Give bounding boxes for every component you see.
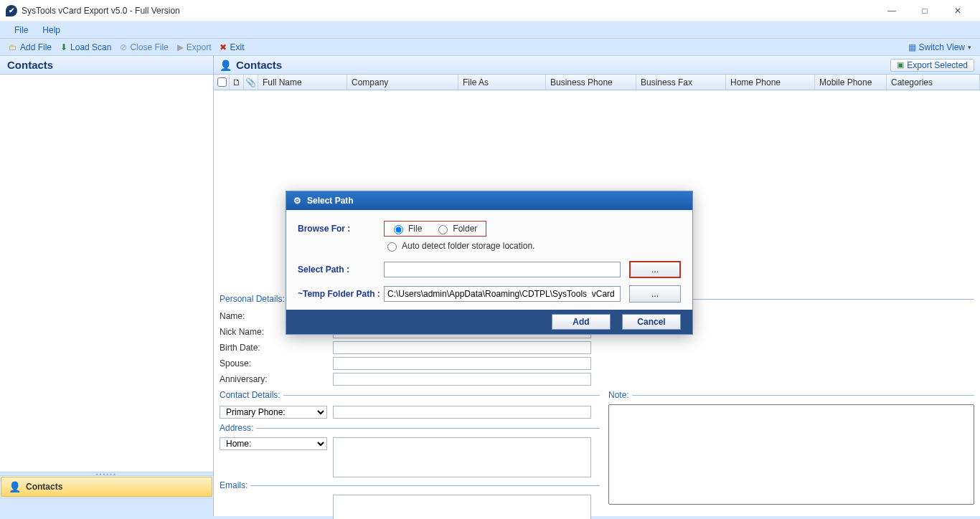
select-path-label: Select Path : (298, 265, 384, 275)
select-all-checkbox[interactable] (217, 77, 227, 87)
window-title: SysTools vCard Export v5.0 - Full Versio… (22, 6, 180, 16)
radio-folder-input[interactable] (438, 225, 448, 234)
sidebar-nav-contacts[interactable]: 👤 Contacts (1, 477, 212, 497)
play-icon: ▶ (177, 42, 184, 52)
note-input[interactable] (608, 404, 974, 505)
birthdate-input[interactable] (333, 341, 591, 354)
col-file-as[interactable]: File As (458, 75, 546, 90)
close-file-label: Close File (130, 42, 168, 52)
close-file-button[interactable]: ⊘Close File (116, 42, 172, 52)
dialog-title-bar[interactable]: ⚙ Select Path (286, 191, 692, 210)
browse-path-button[interactable]: ... (629, 261, 681, 278)
dialog-footer: Add Cancel (286, 310, 692, 334)
minimize-button[interactable]: — (875, 0, 908, 22)
main-header: 👤 Contacts ▣Export Selected (214, 56, 980, 75)
add-file-label: Add File (20, 42, 52, 52)
gear-icon: ⚙ (293, 196, 301, 206)
attachment-icon: 📎 (245, 77, 256, 87)
menu-help[interactable]: Help (35, 24, 67, 37)
spouse-label: Spouse: (220, 358, 327, 368)
emails-section: Emails: (220, 480, 600, 519)
main-heading: Contacts (236, 59, 282, 71)
sidebar: Contacts ▪▪▪▪▪▪ 👤 Contacts (0, 56, 214, 516)
radio-folder-label: Folder (453, 224, 477, 234)
close-file-icon: ⊘ (120, 42, 127, 52)
add-button[interactable]: Add (552, 314, 611, 330)
cross-icon: ✖ (220, 42, 227, 52)
browse-for-label: Browse For : (298, 224, 384, 234)
maximize-button[interactable]: □ (908, 0, 941, 22)
note-section: Note: (608, 390, 974, 505)
primary-phone-input[interactable] (333, 406, 591, 419)
sidebar-nav-label: Contacts (26, 482, 62, 492)
download-icon: ⬇ (60, 42, 67, 52)
col-business-phone[interactable]: Business Phone (546, 75, 636, 90)
radio-folder[interactable]: Folder (435, 223, 477, 234)
chevron-down-icon: ▾ (968, 44, 971, 51)
emails-input[interactable] (333, 495, 591, 519)
contact-details-legend: Contact Details: (220, 390, 283, 400)
temp-folder-input[interactable] (384, 286, 621, 302)
menu-file[interactable]: File (7, 24, 35, 37)
anniv-label: Anniversary: (220, 374, 327, 384)
col-icon2: 📎 (244, 75, 258, 90)
load-scan-label: Load Scan (70, 42, 111, 52)
col-business-fax[interactable]: Business Fax (636, 75, 726, 90)
personal-details-legend: Personal Details: (220, 294, 288, 304)
temp-folder-label: ~Temp Folder Path : (298, 289, 384, 299)
browse-temp-button[interactable]: ... (629, 285, 681, 303)
auto-detect-label: Auto detect folder storage location. (402, 241, 534, 251)
primary-phone-select[interactable]: Primary Phone: (220, 406, 327, 419)
spouse-input[interactable] (333, 357, 591, 370)
dialog-title: Select Path (307, 196, 354, 206)
export-selected-button[interactable]: ▣Export Selected (890, 59, 974, 72)
export-button[interactable]: ▶Export (173, 42, 216, 52)
col-home-phone[interactable]: Home Phone (726, 75, 815, 90)
sidebar-splitter[interactable]: ▪▪▪▪▪▪ (0, 472, 213, 476)
select-path-dialog: ⚙ Select Path Browse For : File Folder A… (286, 191, 693, 335)
contacts-icon: 👤 (9, 481, 20, 492)
cancel-button[interactable]: Cancel (622, 314, 681, 330)
emails-legend: Emails: (220, 480, 250, 490)
menu-bar: File Help (0, 22, 980, 39)
birth-label: Birth Date: (220, 343, 327, 353)
select-path-input[interactable] (384, 262, 621, 277)
export-icon: ▣ (897, 60, 904, 70)
address-section: Address: Home: (220, 423, 600, 477)
col-company[interactable]: Company (347, 75, 458, 90)
note-legend: Note: (608, 390, 632, 400)
switch-view-label: Switch View (919, 42, 965, 52)
address-input[interactable] (333, 437, 591, 477)
sidebar-heading: Contacts (0, 56, 213, 75)
address-type-select[interactable]: Home: (220, 437, 327, 450)
col-mobile-phone[interactable]: Mobile Phone (815, 75, 887, 90)
exit-button[interactable]: ✖Exit (215, 42, 248, 52)
browse-for-radio-group: File Folder (384, 221, 486, 237)
radio-file[interactable]: File (390, 223, 422, 234)
switch-view-button[interactable]: ▦Switch View ▾ (904, 42, 976, 52)
export-label: Export (187, 42, 212, 52)
col-full-name[interactable]: Full Name (258, 75, 347, 90)
exit-label: Exit (230, 42, 244, 52)
export-selected-label: Export Selected (907, 60, 968, 70)
sidebar-footer (0, 497, 213, 516)
radio-auto-detect[interactable]: Auto detect folder storage location. (384, 240, 534, 252)
radio-auto-detect-input[interactable] (387, 242, 397, 252)
col-categories[interactable]: Categories (887, 75, 980, 90)
toolbar: 🗀Add File ⬇Load Scan ⊘Close File ▶Export… (0, 39, 980, 56)
load-scan-button[interactable]: ⬇Load Scan (56, 42, 116, 52)
app-icon: ✔ (6, 5, 17, 16)
radio-file-input[interactable] (394, 225, 403, 234)
add-file-button[interactable]: 🗀Add File (4, 42, 56, 52)
page-icon: 🗋 (232, 77, 241, 87)
grid-header: 🗋 📎 Full Name Company File As Business P… (214, 75, 980, 90)
col-icon1: 🗋 (230, 75, 244, 90)
title-bar: ✔ SysTools vCard Export v5.0 - Full Vers… (0, 0, 980, 22)
contacts-icon: 👤 (220, 59, 232, 71)
col-checkbox[interactable] (214, 75, 230, 90)
close-button[interactable]: ✕ (941, 0, 974, 22)
sidebar-tree (0, 75, 213, 472)
anniversary-input[interactable] (333, 373, 591, 386)
layout-icon: ▦ (908, 42, 916, 52)
contact-details-section: Contact Details: Primary Phone: (220, 390, 600, 420)
